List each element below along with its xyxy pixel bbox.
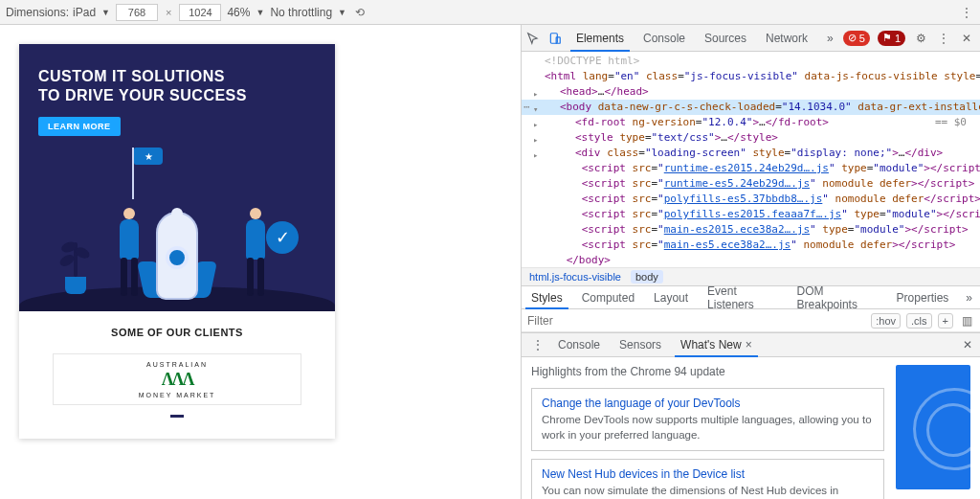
tab-network[interactable]: Network: [756, 25, 817, 51]
card-description: You can now simulate the dimensions of N…: [542, 484, 874, 499]
whats-new-card[interactable]: New Nest Hub devices in the Device list …: [531, 459, 884, 499]
tab-properties[interactable]: Properties: [887, 286, 959, 308]
new-rule-button[interactable]: +: [938, 313, 953, 329]
dom-node[interactable]: <script src="polyfills-es5.37bbdb8….js" …: [522, 192, 980, 207]
learn-more-button[interactable]: LEARN MORE: [38, 117, 121, 136]
dom-node[interactable]: <script src="polyfills-es2015.feaaa7f….j…: [522, 207, 980, 222]
styles-tabbar: Styles Computed Layout Event Listeners D…: [522, 286, 980, 309]
chevron-down-icon: ▼: [336, 8, 346, 17]
crumb-html[interactable]: html.js-focus-visible: [529, 271, 621, 283]
dom-tree[interactable]: <!DOCTYPE html> <html lang="en" class="j…: [522, 52, 980, 267]
cls-toggle[interactable]: .cls: [906, 313, 932, 329]
card-title: New Nest Hub devices in the Device list: [542, 467, 874, 481]
dom-node[interactable]: <script src="main-es2015.ece38a2….js" ty…: [522, 222, 980, 238]
whats-new-panel: Highlights from the Chrome 94 update Cha…: [522, 357, 980, 499]
dom-node[interactable]: <html lang="en" class="js-focus-visible"…: [522, 69, 980, 84]
device-toolbar: Dimensions: iPad ▼ × 46% ▼ No throttling…: [0, 0, 980, 25]
dom-node[interactable]: ▸<fd-root ng-version="12.0.4">…</fd-root…: [522, 115, 980, 130]
times-icon: ×: [164, 7, 173, 18]
tab-sources[interactable]: Sources: [695, 25, 756, 51]
error-badge[interactable]: ⊘ 5: [843, 31, 870, 46]
hero-line-2: TO DRIVE YOUR SUCCESS: [38, 87, 247, 103]
promo-image: [896, 365, 970, 489]
hero-line-1: CUSTOM IT SOLUTIONS: [38, 68, 225, 84]
gear-icon[interactable]: ⚙: [913, 31, 928, 46]
styles-filter-input[interactable]: [527, 314, 865, 328]
device-viewport[interactable]: CUSTOM IT SOLUTIONS TO DRIVE YOUR SUCCES…: [0, 25, 522, 499]
card-description: Chrome DevTools now supports multiple la…: [542, 413, 874, 442]
client-logo: AUSTRALIAN ΛΛΛ MONEY MARKET: [53, 353, 301, 405]
rotate-icon[interactable]: ⟲: [352, 5, 368, 20]
throttling-value: No throttling: [270, 6, 332, 19]
close-icon[interactable]: ✕: [959, 31, 974, 46]
dom-node[interactable]: <script src="runtime-es2015.24eb29d….js"…: [522, 161, 980, 176]
zoom-select[interactable]: 46% ▼: [227, 6, 264, 19]
crumb-body[interactable]: body: [631, 270, 663, 284]
drawer-tab-whats-new[interactable]: What's New ×: [671, 333, 762, 356]
client-text-top: AUSTRALIAN: [146, 361, 208, 368]
dom-node-selected[interactable]: ⋯▾<body data-new-gr-c-s-check-loaded="14…: [522, 100, 980, 115]
styles-filter-row: :hov .cls + ▥: [522, 309, 980, 332]
inspect-icon[interactable]: [522, 25, 544, 51]
devtools-panel: Elements Console Sources Network » ⊘ 5 ⚑…: [522, 25, 980, 499]
close-icon[interactable]: ✕: [963, 333, 980, 356]
kebab-menu-icon[interactable]: ⋮: [936, 31, 951, 46]
width-input[interactable]: [116, 4, 158, 21]
client-mark-icon: ΛΛΛ: [162, 370, 193, 390]
dom-node[interactable]: <!DOCTYPE html>: [522, 54, 980, 69]
dimensions-group[interactable]: Dimensions: iPad ▼: [6, 6, 110, 19]
star-icon: ★: [145, 151, 153, 162]
client-text-bottom: MONEY MARKET: [139, 392, 216, 398]
clients-heading: SOME OF OUR CLIENTS: [29, 327, 325, 338]
chevron-down-icon: ▼: [100, 8, 110, 17]
tab-console[interactable]: Console: [634, 25, 695, 51]
dom-node[interactable]: ▸<head>…</head>: [522, 84, 980, 100]
drawer-tab-console[interactable]: Console: [548, 333, 610, 356]
dom-node[interactable]: ▸<div class="loading-screen" style="disp…: [522, 146, 980, 161]
tab-computed[interactable]: Computed: [572, 286, 644, 308]
card-title: Change the language of your DevTools: [542, 397, 874, 410]
hero-heading: CUSTOM IT SOLUTIONS TO DRIVE YOUR SUCCES…: [38, 67, 316, 105]
hov-toggle[interactable]: :hov: [871, 313, 901, 329]
zoom-value: 46%: [227, 6, 250, 19]
drawer-tab-sensors[interactable]: Sensors: [610, 333, 671, 356]
dom-node[interactable]: <script src="main-es5.ece38a2….js" nomod…: [522, 238, 980, 253]
hero-illustration: ★ ✓: [38, 144, 316, 311]
dimensions-label: Dimensions:: [6, 6, 69, 19]
flag-icon: ★: [132, 147, 134, 199]
clients-section: SOME OF OUR CLIENTS AUSTRALIAN ΛΛΛ MONEY…: [19, 311, 335, 439]
dom-node[interactable]: </body>: [522, 253, 980, 267]
carousel-indicator[interactable]: [170, 415, 184, 418]
kebab-menu-icon[interactable]: ⋮: [959, 5, 974, 20]
kebab-menu-icon[interactable]: ⋮: [527, 333, 548, 356]
chevron-down-icon: ▼: [254, 8, 264, 17]
device-toggle-icon[interactable]: [544, 25, 566, 51]
tab-layout[interactable]: Layout: [644, 286, 698, 308]
sidebar-toggle-icon[interactable]: ▥: [959, 313, 974, 329]
height-input[interactable]: [179, 4, 221, 21]
hero-section: CUSTOM IT SOLUTIONS TO DRIVE YOUR SUCCES…: [19, 44, 335, 311]
rocket-icon: [156, 212, 198, 300]
devtools-tabbar: Elements Console Sources Network » ⊘ 5 ⚑…: [522, 25, 980, 52]
device-name: iPad: [73, 6, 96, 19]
whats-new-heading: Highlights from the Chrome 94 update: [531, 365, 884, 378]
tab-styles[interactable]: Styles: [522, 286, 572, 308]
tab-event-listeners[interactable]: Event Listeners: [698, 286, 787, 308]
drawer-tabbar: ⋮ Console Sensors What's New × ✕: [522, 332, 980, 357]
tabs-overflow[interactable]: »: [958, 286, 980, 308]
dom-node[interactable]: <script src="runtime-es5.24eb29d….js" no…: [522, 176, 980, 192]
tab-dom-breakpoints[interactable]: DOM Breakpoints: [788, 286, 887, 308]
tab-elements[interactable]: Elements: [567, 25, 634, 51]
close-icon[interactable]: ×: [746, 338, 752, 352]
tabs-overflow[interactable]: »: [817, 25, 843, 51]
plant-icon: [65, 277, 86, 294]
dom-node[interactable]: ▸<style type="text/css">…</style>: [522, 130, 980, 146]
whats-new-card[interactable]: Change the language of your DevTools Chr…: [531, 388, 884, 451]
shield-check-icon: ✓: [266, 221, 299, 254]
drawer-tab-label: What's New: [680, 338, 742, 352]
page-preview: CUSTOM IT SOLUTIONS TO DRIVE YOUR SUCCES…: [19, 44, 335, 439]
throttling-select[interactable]: No throttling ▼: [270, 6, 346, 19]
issues-badge[interactable]: ⚑ 1: [878, 31, 905, 46]
